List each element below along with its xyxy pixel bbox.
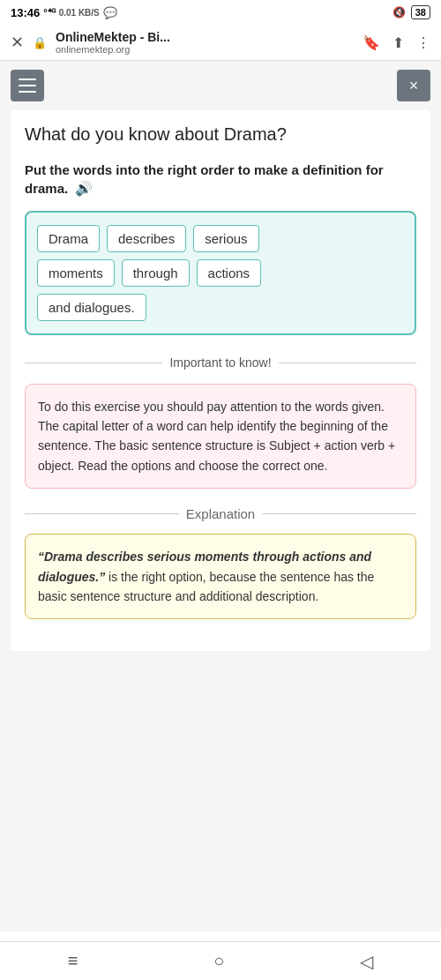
close-x-button[interactable]: × xyxy=(397,70,430,101)
word-tile-describes[interactable]: describes xyxy=(107,225,186,252)
site-url: onlinemektep.org xyxy=(56,44,354,55)
important-label: Important to know! xyxy=(169,355,271,370)
explanation-label: Explanation xyxy=(186,506,255,521)
nav-home-button[interactable]: ○ xyxy=(213,951,224,971)
browser-url-area: OnlineMektep - Bi... onlinemektep.org xyxy=(56,30,354,55)
battery-display: 38 xyxy=(411,5,430,19)
word-tiles-box: Drama describes serious moments through … xyxy=(25,211,416,335)
word-tiles-row-1: Drama describes serious xyxy=(37,225,404,252)
nav-back-icon[interactable]: ◁ xyxy=(360,951,373,972)
explanation-box: “Drama describes serious moments through… xyxy=(25,534,416,619)
message-icon: 💬 xyxy=(103,6,117,19)
top-toolbar: × xyxy=(0,61,441,110)
word-tiles-row-2: moments through actions xyxy=(37,259,404,287)
time-display: 13:46 xyxy=(11,6,40,19)
word-tile-through[interactable]: through xyxy=(122,259,190,287)
audio-icon[interactable]: 🔊 xyxy=(75,179,93,198)
instruction-text: Put the words into the right order to ma… xyxy=(25,161,416,198)
important-divider: Important to know! xyxy=(25,355,416,370)
hamburger-line-1 xyxy=(19,79,36,80)
status-bar: 13:46 °⁴ᴳ 0.01 KB/S 💬 🔇 38 xyxy=(0,0,441,25)
page-title: What do you know about Drama? xyxy=(25,124,416,145)
main-content: × What do you know about Drama? Put the … xyxy=(0,61,441,931)
kb-display: 0.01 KB/S xyxy=(59,8,100,18)
signal-icon: °⁴ᴳ xyxy=(43,7,55,19)
browser-action-icons: 🔖 ⬆ ⋮ xyxy=(363,34,430,51)
browser-close-button[interactable]: ✕ xyxy=(11,33,24,52)
hamburger-button[interactable] xyxy=(11,70,44,101)
explanation-divider-line-right xyxy=(262,513,416,514)
more-icon[interactable]: ⋮ xyxy=(416,34,430,51)
divider-line-left xyxy=(25,363,162,363)
divider-line-right xyxy=(279,363,416,363)
word-tiles-row-3: and dialogues. xyxy=(37,294,404,321)
site-name: OnlineMektep - Bi... xyxy=(56,30,354,44)
nav-home-icon[interactable]: ≡ xyxy=(68,951,78,971)
explanation-divider: Explanation xyxy=(25,506,416,521)
share-icon[interactable]: ⬆ xyxy=(392,34,404,51)
word-tile-moments[interactable]: moments xyxy=(37,259,115,287)
browser-bar: ✕ 🔒 OnlineMektep - Bi... onlinemektep.or… xyxy=(0,25,441,61)
bookmark-icon[interactable]: 🔖 xyxy=(363,34,380,51)
word-tile-actions[interactable]: actions xyxy=(197,259,262,287)
explanation-divider-line-left xyxy=(25,513,179,514)
hamburger-line-3 xyxy=(19,91,36,93)
hamburger-line-2 xyxy=(19,85,36,86)
word-tile-drama[interactable]: Drama xyxy=(37,225,100,252)
mute-icon: 🔇 xyxy=(392,6,406,19)
bottom-nav: ≡ ○ ◁ xyxy=(0,941,441,980)
lock-icon: 🔒 xyxy=(33,36,47,49)
word-tile-and-dialogues[interactable]: and dialogues. xyxy=(37,294,146,321)
word-tile-serious[interactable]: serious xyxy=(193,225,258,252)
info-box-text: To do this exercise you should pay atten… xyxy=(38,400,395,473)
page-content-container: What do you know about Drama? Put the wo… xyxy=(11,110,430,651)
info-box: To do this exercise you should pay atten… xyxy=(25,384,416,490)
